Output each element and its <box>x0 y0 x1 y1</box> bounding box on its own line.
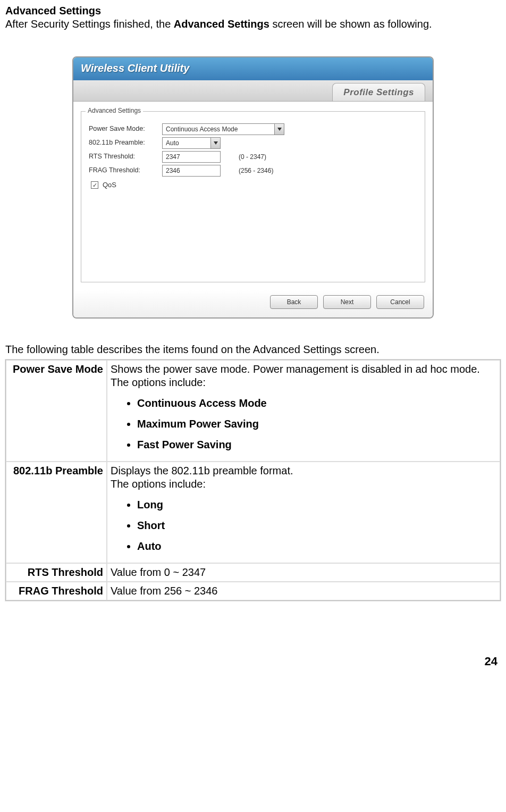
field-desc-text: Shows the power save mode. Power managem… <box>111 363 496 389</box>
back-button[interactable]: Back <box>270 295 318 309</box>
option-item: Short <box>137 519 496 532</box>
field-desc: Displays the 802.11b preamble format. Th… <box>107 462 500 563</box>
frag-input[interactable]: 2346 <box>162 165 221 177</box>
field-name: RTS Threshold <box>6 563 107 582</box>
option-item: Auto <box>137 540 496 553</box>
preamble-value: Auto <box>166 139 179 147</box>
field-opts-intro: The options include: <box>111 478 496 491</box>
table-row: FRAG Threshold Value from 256 ~ 2346 <box>6 582 500 600</box>
groupbox-legend: Advanced Settings <box>86 107 143 115</box>
preamble-label: 802.11b Preamble: <box>89 139 158 147</box>
intro-bold: Advanced Settings <box>174 18 269 30</box>
preamble-select[interactable]: Auto <box>162 137 221 149</box>
frag-hint: (256 - 2346) <box>239 167 273 175</box>
option-item: Long <box>137 498 496 512</box>
field-name: FRAG Threshold <box>6 582 107 600</box>
field-desc: Value from 0 ~ 2347 <box>107 563 500 582</box>
table-intro: The following table describes the items … <box>5 343 501 356</box>
field-desc: Value from 256 ~ 2346 <box>107 582 500 600</box>
panel-body: Advanced Settings Power Save Mode: Conti… <box>73 102 433 290</box>
advanced-settings-groupbox: Advanced Settings Power Save Mode: Conti… <box>81 111 425 282</box>
app-title: Wireless Client Utility <box>81 62 189 74</box>
intro-suffix: screen will be shown as following. <box>269 18 432 30</box>
field-name: Power Save Mode <box>6 360 107 462</box>
option-list: Continuous Access Mode Maximum Power Sav… <box>111 397 496 451</box>
qos-checkbox[interactable]: ✓ <box>91 181 98 189</box>
fields-table: Power Save Mode Shows the power save mod… <box>5 359 501 601</box>
field-name: 802.11b Preamble <box>6 462 107 563</box>
tab-profile-settings[interactable]: Profile Settings <box>332 83 425 101</box>
title-bar: Wireless Client Utility <box>73 57 433 80</box>
power-save-value: Continuous Access Mode <box>166 125 238 133</box>
button-bar: Back Next Cancel <box>73 290 433 317</box>
rts-label: RTS Threshold: <box>89 153 158 161</box>
field-desc-text: Displays the 802.11b preamble format. <box>111 464 496 478</box>
next-button[interactable]: Next <box>323 295 371 309</box>
page-number: 24 <box>5 654 501 669</box>
rts-input[interactable]: 2347 <box>162 151 221 163</box>
rts-hint: (0 - 2347) <box>239 153 266 161</box>
frag-label: FRAG Threshold: <box>89 166 158 175</box>
intro-prefix: After Security Settings finished, the <box>5 18 174 30</box>
qos-label: QoS <box>103 181 116 189</box>
option-item: Maximum Power Saving <box>137 417 496 431</box>
section-intro: After Security Settings finished, the Ad… <box>5 18 501 31</box>
option-list: Long Short Auto <box>111 498 496 553</box>
option-item: Fast Power Saving <box>137 438 496 451</box>
table-row: RTS Threshold Value from 0 ~ 2347 <box>6 563 500 582</box>
chevron-down-icon <box>274 124 284 135</box>
field-desc: Shows the power save mode. Power managem… <box>107 360 500 462</box>
chevron-down-icon <box>210 138 220 148</box>
dialog-window: Wireless Client Utility Profile Settings… <box>72 56 434 319</box>
option-item: Continuous Access Mode <box>137 397 496 410</box>
cancel-button[interactable]: Cancel <box>376 295 424 309</box>
power-save-label: Power Save Mode: <box>89 125 158 133</box>
section-heading: Advanced Settings <box>5 4 501 18</box>
power-save-select[interactable]: Continuous Access Mode <box>162 123 284 135</box>
table-row: 802.11b Preamble Displays the 802.11b pr… <box>6 462 500 563</box>
table-row: Power Save Mode Shows the power save mod… <box>6 360 500 462</box>
tab-bar: Profile Settings <box>73 80 433 102</box>
